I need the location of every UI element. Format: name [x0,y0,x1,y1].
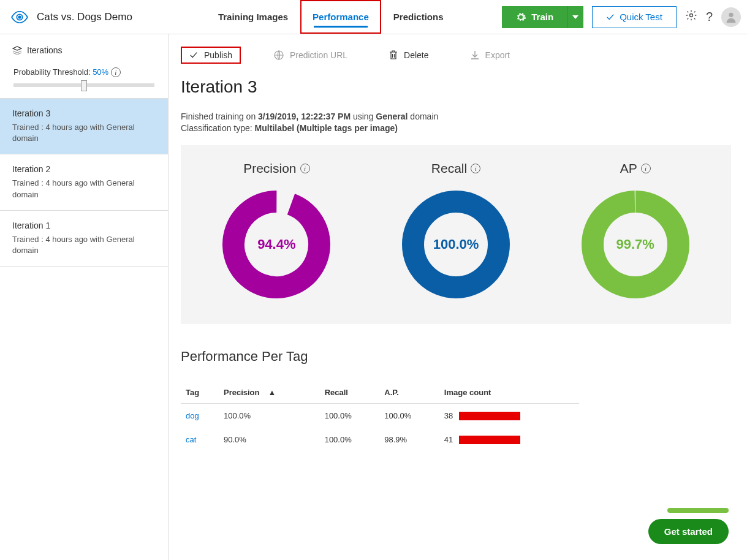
user-icon [724,10,738,24]
main-content: Publish Prediction URL Delete Export Ite… [169,34,747,560]
iteration-item-3[interactable]: Iteration 3 Trained : 4 hours ago with G… [0,99,168,154]
get-started-widget: Get started [648,508,729,544]
precision-metric: Precisioni 94.4% [221,161,332,300]
caret-down-icon [572,15,578,19]
per-tag-heading: Performance Per Tag [181,349,731,365]
col-tag[interactable]: Tag [181,382,219,404]
cell-count: 41 [444,435,453,444]
precision-value: 94.4% [257,236,295,252]
table-row: dog 100.0% 100.0% 100.0% 38 [181,404,579,428]
count-bar [459,436,520,444]
precision-label: Precision [243,161,296,176]
table-row: cat 90.0% 100.0% 98.9% 41 [181,428,579,452]
threshold-control: Probability Threshold: 50% i [0,61,168,98]
ap-label: AP [620,161,637,176]
threshold-label: Probability Threshold: [13,67,91,77]
col-recall[interactable]: Recall [320,382,380,404]
sidebar-header: Iterations [0,34,168,61]
col-image-count[interactable]: Image count [439,382,579,404]
tab-predictions[interactable]: Predictions [381,0,456,34]
settings-button[interactable] [685,9,697,25]
export-button: Export [462,47,518,64]
cell-precision: 100.0% [219,404,320,428]
slider-thumb[interactable] [81,80,87,91]
svg-point-2 [729,12,733,17]
train-button[interactable]: Train [502,6,567,28]
cell-ap: 100.0% [379,404,439,428]
sidebar-section-label: Iterations [27,45,63,55]
sort-asc-icon: ▲ [268,388,276,397]
iteration-subtitle: Trained : 4 hours ago with General domai… [12,178,156,200]
classification-type-line: Classification type: Multilabel (Multipl… [181,123,731,133]
info-icon[interactable]: i [111,67,121,77]
training-finished-line: Finished training on 3/19/2019, 12:22:37… [181,112,731,121]
delete-button[interactable]: Delete [381,47,437,64]
cell-recall: 100.0% [320,428,380,452]
progress-pill [667,508,729,513]
export-label: Export [485,50,510,60]
logo-eye-icon [11,11,28,23]
cell-count: 38 [444,411,453,420]
quick-test-label: Quick Test [620,12,662,22]
tab-training-images[interactable]: Training Images [206,0,300,34]
tag-link[interactable]: dog [186,411,199,420]
publish-label: Publish [204,50,232,60]
iteration-list: Iteration 3 Trained : 4 hours ago with G… [0,98,168,267]
recall-donut: 100.0% [401,189,511,300]
delete-label: Delete [404,50,428,60]
header-actions: Train Quick Test ? [502,6,741,28]
get-started-button[interactable]: Get started [648,519,729,544]
cell-ap: 98.9% [379,428,439,452]
train-button-group: Train [502,6,583,28]
iteration-item-2[interactable]: Iteration 2 Trained : 4 hours ago with G… [0,154,168,210]
tag-link[interactable]: cat [186,435,196,444]
cell-recall: 100.0% [320,404,380,428]
gears-icon [515,12,526,23]
iteration-subtitle: Trained : 4 hours ago with General domai… [12,234,156,256]
train-label: Train [531,12,553,22]
gear-icon [685,9,697,21]
iteration-title: Iteration 2 [12,164,156,174]
help-button[interactable]: ? [706,10,713,24]
info-icon[interactable]: i [471,164,480,173]
per-tag-table: Tag Precision▲ Recall A.P. Image count d… [181,382,579,452]
svg-point-1 [689,14,692,17]
nav-tabs: Training Images Performance Predictions [206,0,456,34]
ap-metric: APi 99.7% [580,161,691,300]
quick-test-button[interactable]: Quick Test [592,6,677,28]
layers-icon [12,46,22,55]
check-icon [606,13,615,21]
prediction-url-button: Prediction URL [265,47,356,64]
iteration-title: Iteration 1 [12,221,156,230]
train-dropdown[interactable] [567,6,583,28]
info-icon[interactable]: i [641,164,651,173]
iteration-item-1[interactable]: Iteration 1 Trained : 4 hours ago with G… [0,211,168,267]
cell-precision: 90.0% [219,428,320,452]
check-icon [189,51,198,59]
svg-point-0 [18,15,21,18]
download-icon [471,50,479,60]
publish-button[interactable]: Publish [181,47,241,64]
col-precision[interactable]: Precision▲ [219,382,320,404]
globe-icon [274,50,284,60]
tab-performance[interactable]: Performance [300,0,381,34]
trash-icon [389,50,398,60]
metrics-panel: Precisioni 94.4% Recalli 100.0% APi 99.7… [181,145,731,324]
recall-metric: Recalli 100.0% [401,161,511,300]
iteration-heading: Iteration 3 [181,77,731,97]
iteration-subtitle: Trained : 4 hours ago with General domai… [12,122,156,144]
threshold-slider[interactable] [13,83,154,87]
threshold-value: 50% [93,67,108,77]
info-icon[interactable]: i [300,164,310,173]
col-ap[interactable]: A.P. [379,382,439,404]
header: Cats vs. Dogs Demo Training Images Perfo… [0,0,747,34]
count-bar [459,412,520,420]
iteration-title: Iteration 3 [12,108,156,118]
ap-donut: 99.7% [580,189,691,300]
ap-value: 99.7% [616,236,654,252]
prediction-url-label: Prediction URL [290,50,347,60]
user-avatar[interactable] [721,7,741,27]
project-title: Cats vs. Dogs Demo [37,11,132,23]
recall-label: Recall [431,161,467,176]
precision-donut: 94.4% [221,189,332,300]
